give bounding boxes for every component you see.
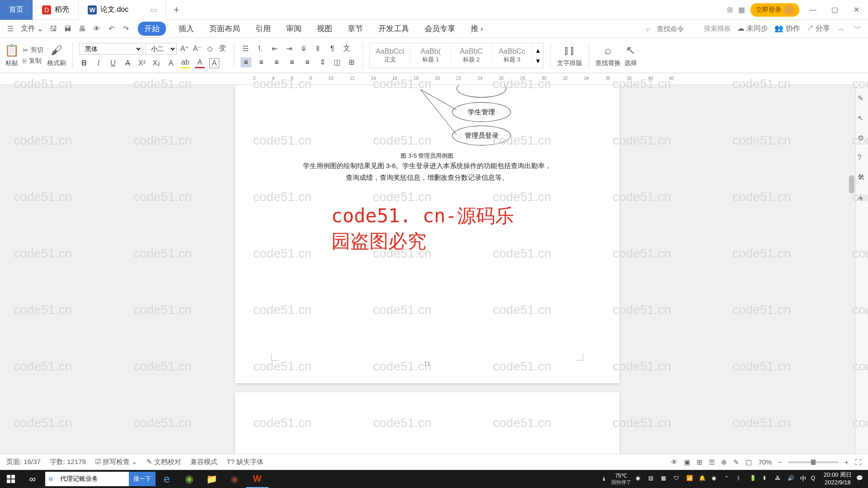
diamond-icon[interactable]: ◈ xyxy=(858,193,867,202)
numbering-button[interactable]: ⒈ xyxy=(255,44,265,54)
ribbon-tab-review[interactable]: 审阅 xyxy=(283,22,304,36)
print-icon[interactable]: 🖶 xyxy=(77,24,87,34)
minimize-button[interactable]: — xyxy=(805,2,821,18)
style-heading1[interactable]: AaBb(标题 1 xyxy=(410,43,451,68)
decrease-indent-button[interactable]: ⇤ xyxy=(269,44,279,54)
page-mode-icon[interactable]: ⊞ xyxy=(697,458,703,466)
grid-icon[interactable]: ▦ xyxy=(738,5,745,14)
ruler[interactable]: 24681012141618202224262830323436384042 xyxy=(0,73,868,85)
style-normal[interactable]: AaBbCcI正文 xyxy=(370,43,410,68)
tray-chevron-icon[interactable]: ⌃ xyxy=(724,475,732,483)
bold-button[interactable]: B xyxy=(79,58,89,68)
ribbon-tab-devtools[interactable]: 开发工具 xyxy=(376,22,412,36)
style-heading3[interactable]: AaBbCc标题 3 xyxy=(492,43,533,68)
maximize-button[interactable]: ▢ xyxy=(826,2,843,18)
ribbon-tab-more[interactable]: 推 › xyxy=(468,22,486,36)
ribbon-tab-insert[interactable]: 插入 xyxy=(176,22,197,36)
subscript-button[interactable]: X₂ xyxy=(151,58,161,68)
tray-icon-3[interactable]: ▦ xyxy=(661,475,669,483)
app-360[interactable]: ◉ xyxy=(178,470,201,488)
tools-icon[interactable]: 🛠 xyxy=(858,174,867,183)
tray-download-icon[interactable]: ⬇ xyxy=(762,475,770,483)
tab-document[interactable]: W论文.doc▭ xyxy=(79,0,166,20)
zoom-slider[interactable] xyxy=(788,461,838,463)
tray-network-icon[interactable]: 🖧 xyxy=(775,475,783,483)
read-mode-icon[interactable]: ▣ xyxy=(684,458,690,466)
find-replace-button[interactable]: ⌕查找替换 xyxy=(595,43,621,67)
search-command-input[interactable] xyxy=(657,25,698,33)
compat-mode[interactable]: 兼容模式 xyxy=(190,458,217,466)
cursor-icon[interactable]: ↖ xyxy=(858,114,867,123)
shading-button[interactable]: ◫ xyxy=(332,57,342,67)
superscript-button[interactable]: X² xyxy=(137,58,147,68)
hamburger-icon[interactable]: ☰ xyxy=(5,24,15,34)
show-marks-button[interactable]: ¶ xyxy=(327,44,337,54)
font-name-select[interactable]: 黑体 xyxy=(79,43,142,55)
sync-status[interactable]: ☁ 未同步 xyxy=(737,24,768,33)
tray-bluetooth-icon[interactable]: ᛒ xyxy=(737,475,745,483)
ribbon-tab-start[interactable]: 开始 xyxy=(138,22,166,36)
style-down-icon[interactable]: ▾ xyxy=(536,56,540,65)
help-icon[interactable]: ? xyxy=(858,154,867,163)
document-proof[interactable]: ✎ 文档校对 xyxy=(146,458,181,466)
taskbar-search-button[interactable]: 搜一下 xyxy=(129,472,156,486)
app-unknown[interactable]: ◉ xyxy=(223,470,246,488)
text-direction-button[interactable]: 文 xyxy=(342,44,352,54)
copilot-icon[interactable]: ∞ xyxy=(22,470,43,488)
align-right-button[interactable]: ≡ xyxy=(271,57,282,67)
ribbon-tab-chapter[interactable]: 章节 xyxy=(345,22,366,36)
format-painter-button[interactable]: 🖌格式刷 xyxy=(47,43,66,67)
collab-button[interactable]: 👥 协作 xyxy=(774,24,800,33)
borders-button[interactable]: ⊞ xyxy=(346,57,356,67)
tray-q-icon[interactable]: Q xyxy=(811,475,819,483)
paste-button[interactable]: 📋粘贴 xyxy=(5,43,19,67)
ime-indicator[interactable]: 中 xyxy=(800,475,807,483)
search-template[interactable]: 搜索模板 xyxy=(704,24,731,33)
file-menu[interactable]: 文件 ⌄ xyxy=(17,22,47,35)
focus-mode-icon[interactable]: 👁 xyxy=(671,458,678,466)
tray-wifi-icon[interactable]: 📶 xyxy=(686,475,694,483)
scrollbar-thumb[interactable] xyxy=(849,175,854,193)
clock[interactable]: 20:00 周日 2022/9/18 xyxy=(824,471,852,487)
highlight-button[interactable]: ab xyxy=(180,58,190,68)
login-button[interactable]: 立即登录 xyxy=(750,3,799,17)
tray-nvidia-icon[interactable]: ◉ xyxy=(712,475,720,483)
clear-format-icon[interactable]: ◇ xyxy=(205,44,215,54)
align-justify-button[interactable]: ≡ xyxy=(287,57,297,67)
zoom-minus[interactable]: − xyxy=(778,458,782,466)
page-indicator[interactable]: 页面: 16/37 xyxy=(6,458,41,466)
phonetic-icon[interactable]: 变 xyxy=(217,44,227,54)
text-layout-button[interactable]: ⫿⫿文字排版 xyxy=(557,43,582,67)
taskbar-search-input[interactable] xyxy=(57,472,129,486)
outline-mode-icon[interactable]: ☰ xyxy=(709,458,715,466)
close-button[interactable]: ✕ xyxy=(848,2,864,18)
tab-menu-icon[interactable]: ▭ xyxy=(132,5,157,14)
document-page[interactable]: 学生管理 管理员登录 图 3-5 管理员用例图 学生用例图的绘制结果见图 3-6… xyxy=(235,85,619,383)
sort-button[interactable]: ⤋ xyxy=(298,44,308,54)
vertical-scrollbar[interactable] xyxy=(848,85,855,470)
zoom-plus[interactable]: + xyxy=(844,458,849,466)
slider-icon[interactable]: ⚙ xyxy=(858,134,867,143)
view-mode-icon[interactable]: ⊞ xyxy=(727,5,733,14)
italic-button[interactable]: I xyxy=(94,58,104,68)
collapse-up-icon[interactable]: ︿ xyxy=(836,24,846,34)
cut-button[interactable]: ✂ 剪切 xyxy=(23,46,43,54)
ribbon-tab-view[interactable]: 视图 xyxy=(314,22,335,36)
zoom-thumb[interactable] xyxy=(811,460,816,465)
undo-icon[interactable]: ↶ xyxy=(106,24,116,34)
strikethrough-button[interactable]: A̶ xyxy=(123,58,132,68)
new-tab-button[interactable]: + xyxy=(166,4,186,16)
tray-thermometer-icon[interactable]: 🌡 xyxy=(601,476,607,482)
edit-mode-icon[interactable]: ✎ xyxy=(733,458,739,466)
text-effects-button[interactable]: A xyxy=(166,58,176,68)
tab-button[interactable]: Ⅱ xyxy=(313,44,323,54)
save-icon[interactable]: 🖫 xyxy=(48,24,58,34)
tray-volume-icon[interactable]: 🔊 xyxy=(788,475,796,483)
increase-font-icon[interactable]: A⁺ xyxy=(179,44,189,54)
char-border-button[interactable]: A xyxy=(209,58,219,68)
align-left-button[interactable]: ≡ xyxy=(241,57,251,67)
ribbon-tab-vip[interactable]: 会员专享 xyxy=(422,22,458,36)
style-up-icon[interactable]: ▴ xyxy=(536,46,540,55)
line-spacing-button[interactable]: ⇕ xyxy=(317,57,327,67)
font-color-button[interactable]: A xyxy=(195,58,205,68)
